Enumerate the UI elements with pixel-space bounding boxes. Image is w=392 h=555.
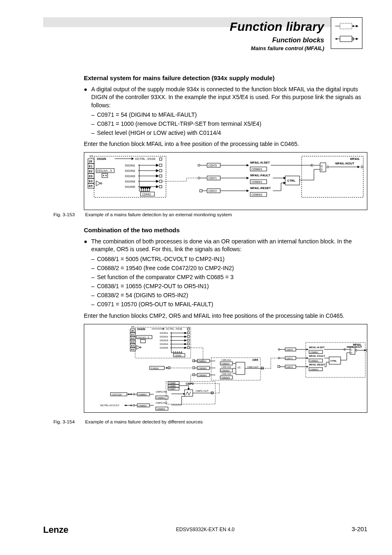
- svg-text:FIXED0: FIXED0: [151, 367, 159, 369]
- svg-text:C0688/2: C0688/2: [138, 404, 147, 407]
- svg-text:MCTRL-DCVOLT: MCTRL-DCVOLT: [100, 404, 120, 407]
- svg-text:C0839/3: C0839/3: [221, 376, 230, 379]
- svg-text:CTRL: CTRL: [330, 360, 337, 362]
- svg-text:C0988/1: C0988/1: [251, 168, 263, 171]
- svg-text:OR5-IN2: OR5-IN2: [221, 366, 231, 368]
- svg-rect-177: [193, 367, 195, 369]
- svg-rect-143: [187, 343, 189, 345]
- svg-rect-201: [184, 390, 193, 396]
- svg-text:OR5-IN3: OR5-IN3: [221, 373, 231, 375]
- svg-text:DIGIN: DIGIN: [97, 157, 106, 161]
- svg-point-99: [327, 166, 329, 168]
- svg-text:C0689/1: C0689/1: [157, 396, 165, 399]
- svg-point-58: [198, 164, 200, 166]
- svg-text:E2: E2: [131, 337, 134, 340]
- svg-rect-124: [141, 340, 145, 343]
- svg-text:C0971: C0971: [208, 177, 217, 180]
- svg-text:C0687: C0687: [169, 387, 175, 390]
- svg-rect-255: [278, 365, 280, 368]
- page-number: 3-201: [352, 525, 367, 532]
- svg-point-219: [133, 393, 135, 395]
- svg-text:C0989/2: C0989/2: [310, 368, 318, 370]
- svg-text:E3: E3: [89, 174, 92, 178]
- svg-text:0: 0: [351, 349, 352, 351]
- page-header: Function library Function blocks Mains f…: [230, 17, 362, 51]
- svg-text:C0472/20: C0472/20: [112, 393, 122, 395]
- svg-text:C0838/2: C0838/2: [198, 367, 207, 369]
- svg-text:DIGIN5: DIGIN5: [160, 347, 168, 349]
- svg-text:MFAIL-RESET: MFAIL-RESET: [250, 186, 271, 190]
- svg-rect-49: [159, 185, 162, 188]
- svg-rect-4: [340, 36, 352, 42]
- svg-text:MFAIL-NOUT: MFAIL-NOUT: [335, 162, 355, 165]
- svg-text:E2: E2: [89, 169, 92, 173]
- svg-point-125: [140, 347, 141, 348]
- svg-text:DIGIN1: DIGIN1: [160, 332, 168, 334]
- figure-1-caption: Fig. 3-153 Example of a mains failure de…: [53, 212, 367, 217]
- svg-text:0: 0: [351, 352, 352, 354]
- svg-rect-106: [84, 324, 367, 412]
- svg-text:DIGIN2: DIGIN2: [125, 169, 135, 173]
- svg-rect-141: [187, 335, 189, 338]
- section1-tail: Enter the function block MFAIL into a fr…: [84, 140, 367, 148]
- svg-text:C0838/3: C0838/3: [198, 374, 207, 376]
- svg-text:28: 28: [131, 330, 134, 332]
- svg-rect-48: [159, 180, 162, 183]
- svg-rect-27: [102, 173, 108, 178]
- svg-rect-44: [159, 158, 162, 160]
- svg-text:C0970: C0970: [286, 348, 293, 351]
- page-footer: Lenze EDSVS9332K-EXT EN 4.0 3-201: [43, 525, 367, 535]
- svg-text:C0114/1...5: C0114/1...5: [97, 169, 112, 172]
- svg-text:DIGIN3: DIGIN3: [160, 339, 168, 342]
- svg-text:E5: E5: [131, 348, 134, 351]
- svg-text:E1: E1: [131, 333, 134, 336]
- svg-text:CMP2-IN2: CMP2-IN2: [156, 402, 168, 404]
- svg-text:MFAIL-NOUT: MFAIL-NOUT: [347, 346, 362, 348]
- svg-text:CMP2-OUT: CMP2-OUT: [196, 390, 209, 392]
- svg-text:C0989/2: C0989/2: [251, 193, 263, 196]
- svg-text:CTRL: CTRL: [287, 179, 295, 183]
- figure-2-caption: Fig. 3-154 Example of a mains failure de…: [53, 419, 367, 424]
- content-area: External system for mains failure detect…: [84, 70, 367, 214]
- svg-text:C0685: C0685: [169, 382, 175, 384]
- svg-rect-0: [340, 23, 352, 29]
- svg-point-29: [106, 175, 106, 176]
- svg-point-105: [361, 166, 363, 168]
- svg-text:X5: X5: [131, 326, 134, 328]
- section2-dash-1: –C0688/2 = 19540 (free code C0472/20 to …: [91, 264, 367, 272]
- svg-text:E4: E4: [89, 179, 93, 183]
- section1-dash-0: –C0971 = 54 (DIGIN4 to MFAIL-FAULT): [91, 111, 367, 119]
- svg-text:C0989/1: C0989/1: [310, 359, 318, 362]
- svg-text:C0839/2: C0839/2: [221, 369, 230, 372]
- svg-text:C0689/2: C0689/2: [157, 407, 165, 410]
- section2-tail: Enter the function blocks CMP2, OR5 and …: [84, 312, 367, 320]
- svg-text:C0988/1: C0988/1: [310, 351, 318, 353]
- svg-text:C0443: C0443: [175, 354, 181, 356]
- svg-text:28: 28: [89, 160, 92, 163]
- svg-text:C0972: C0972: [286, 365, 293, 368]
- svg-text:OR5: OR5: [252, 358, 258, 361]
- svg-text:C0971: C0971: [286, 357, 293, 359]
- svg-text:≥1: ≥1: [238, 366, 241, 369]
- svg-text:DIGIN: DIGIN: [137, 328, 145, 331]
- header-subtitle: Function blocks: [230, 36, 324, 44]
- svg-text:DIGIN3: DIGIN3: [125, 174, 135, 178]
- svg-text:C0686: C0686: [169, 384, 175, 387]
- svg-point-28: [103, 175, 104, 176]
- svg-rect-45: [159, 164, 162, 166]
- section2-dash-5: –C0971 = 10570 (OR5-OUT to MFAIL-FAULT): [91, 301, 367, 308]
- section2-dash-4: –C0838/2 = 54 (DIGIN5 to OR5-IN2): [91, 291, 367, 299]
- svg-rect-139: [187, 328, 189, 330]
- svg-text:C0114/1...5: C0114/1...5: [137, 336, 149, 338]
- svg-text:C0970: C0970: [208, 164, 217, 167]
- svg-text:MFAIL-FAULT: MFAIL-FAULT: [250, 173, 270, 177]
- svg-text:MFAIL: MFAIL: [350, 157, 360, 161]
- svg-text:0: 0: [321, 165, 323, 168]
- svg-rect-46: [159, 169, 162, 172]
- header-subsub: Mains failure control (MFAIL): [230, 45, 324, 51]
- svg-text:C0839/1: C0839/1: [221, 362, 230, 365]
- svg-point-63: [198, 177, 200, 179]
- brand-logo: Lenze: [43, 525, 68, 535]
- svg-text:MFAIL-N-SET: MFAIL-N-SET: [309, 346, 325, 349]
- svg-rect-142: [187, 339, 189, 341]
